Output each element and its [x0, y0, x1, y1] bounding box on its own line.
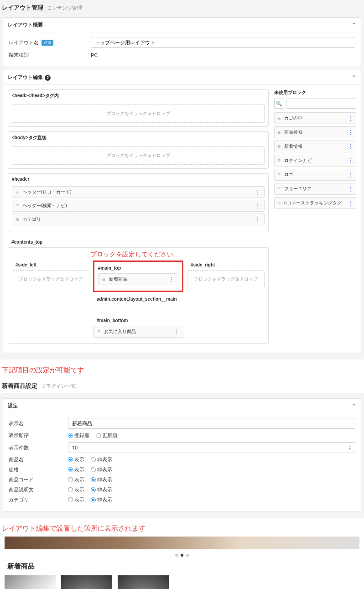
- unused-block-item[interactable]: ≡ログインナビ⋮: [274, 155, 356, 167]
- product-name-show[interactable]: 表示: [68, 456, 84, 463]
- drag-icon[interactable]: ≡: [277, 186, 281, 192]
- drag-icon[interactable]: ≡: [16, 189, 19, 195]
- contents-top-label: #contents_top: [8, 237, 269, 247]
- note-settings-possible: 下記項目の設定が可能です: [2, 366, 362, 375]
- head-dropzone[interactable]: ブロックをドラッグ＆ドロップ: [12, 104, 265, 123]
- body-section-label: <body>タグ直後: [8, 132, 268, 144]
- block-header-logo[interactable]: ≡ヘッダー(ロゴ・カート)⋮: [12, 186, 265, 198]
- more-icon[interactable]: ⋮: [169, 276, 174, 282]
- drag-icon[interactable]: ≡: [97, 329, 100, 334]
- unused-block-item[interactable]: ≡ロゴ⋮: [274, 169, 356, 181]
- set-block-message: ブロックを設定してください: [90, 250, 268, 259]
- page-header: レイアウト管理 コンテンツ管理: [0, 0, 364, 15]
- unused-block-item[interactable]: ≡カゴの中⋮: [274, 112, 356, 124]
- more-icon[interactable]: ⋮: [255, 189, 260, 195]
- device-value: PC: [91, 52, 355, 58]
- code-label: 商品コード: [9, 476, 68, 483]
- search-icon[interactable]: 🔍: [274, 99, 284, 109]
- settings-page-header: 新着商品設定 プラグイン一覧: [0, 378, 364, 393]
- main-top-label: #main_top: [94, 264, 182, 271]
- chevron-up-icon: ⌃: [352, 74, 356, 81]
- stepper-icon[interactable]: ▲▼: [348, 445, 351, 450]
- block-favorites[interactable]: ≡お気に入り商品⋮: [93, 326, 183, 338]
- main-section-label: admin.content.layout_section__main: [93, 295, 183, 302]
- desc-label: 商品説明文: [9, 486, 68, 493]
- drag-icon[interactable]: ≡: [102, 276, 105, 282]
- drag-icon[interactable]: ≡: [277, 172, 281, 177]
- more-icon[interactable]: ⋮: [348, 157, 353, 164]
- new-products-heading: 新着商品: [7, 562, 357, 571]
- side-right-dropzone[interactable]: ブロックをドラッグ＆ドロップ: [187, 270, 265, 288]
- note-display-location: レイアウト編集で設置した箇所に表示されます: [2, 524, 362, 533]
- order-updated-radio[interactable]: 更新順: [96, 432, 117, 439]
- display-name-label: 表示名: [9, 420, 68, 427]
- hero-image: [5, 537, 359, 549]
- more-icon[interactable]: ⋮: [348, 200, 353, 206]
- block-category[interactable]: ≡カテゴリ⋮: [12, 214, 265, 225]
- price-hide[interactable]: 非表示: [91, 466, 112, 473]
- product-name-label: 商品名: [9, 456, 68, 463]
- code-hide[interactable]: 非表示: [91, 476, 112, 483]
- block-header-search[interactable]: ≡ヘッダー(検索・ナビ)⋮: [12, 200, 265, 212]
- product-card[interactable]: パーコレーター￥3,024cafe-01: [61, 575, 112, 589]
- product-card[interactable]: パーコレーター￥3,240 ～ ￥7,560: [118, 575, 169, 589]
- product-name-hide[interactable]: 非表示: [91, 456, 112, 463]
- header-section-label: #header: [8, 174, 268, 184]
- count-input[interactable]: 10▲▼: [68, 442, 355, 453]
- drag-icon[interactable]: ≡: [16, 203, 19, 208]
- settings-card-header[interactable]: 設定 ⌃: [3, 399, 361, 413]
- product-card[interactable]: ディナーフォーク￥5,400 ～ ￥118,800fork-01 ～ fork-…: [5, 575, 56, 589]
- more-icon[interactable]: ⋮: [348, 143, 353, 150]
- drag-icon[interactable]: ≡: [277, 200, 281, 206]
- category-hide[interactable]: 非表示: [91, 496, 112, 503]
- head-section-label: <head></head>タグ内: [8, 90, 268, 102]
- desc-hide[interactable]: 非表示: [91, 486, 112, 493]
- more-icon[interactable]: ⋮: [174, 328, 179, 335]
- price-show[interactable]: 表示: [68, 466, 84, 473]
- more-icon[interactable]: ⋮: [348, 115, 353, 121]
- more-icon[interactable]: ⋮: [348, 129, 353, 136]
- category-show[interactable]: 表示: [68, 496, 84, 503]
- drag-icon[interactable]: ≡: [277, 130, 281, 135]
- order-registered-radio[interactable]: 登録順: [68, 432, 89, 439]
- drag-icon[interactable]: ≡: [16, 217, 19, 222]
- product-image: [5, 575, 56, 589]
- body-dropzone[interactable]: ブロックをドラッグ＆ドロップ: [12, 146, 265, 165]
- side-left-dropzone[interactable]: ブロックをドラッグ＆ドロップ: [12, 270, 89, 288]
- count-label: 表示件数: [9, 444, 68, 451]
- unused-block-item[interactable]: ≡商品検索⋮: [274, 126, 356, 138]
- display-name-input[interactable]: [68, 418, 355, 429]
- product-image: [61, 575, 112, 589]
- drag-icon[interactable]: ≡: [277, 144, 281, 149]
- main-bottom-label: #main_bottom: [93, 316, 183, 324]
- layout-name-input[interactable]: [91, 37, 355, 48]
- highlighted-main-top: #main_top ≡新着商品⋮: [93, 261, 183, 292]
- side-right-label: #side_right: [187, 261, 265, 268]
- more-icon[interactable]: ⋮: [255, 203, 260, 209]
- code-show[interactable]: 表示: [68, 476, 84, 483]
- category-label: カテゴリ: [9, 496, 68, 503]
- help-icon[interactable]: ?: [45, 75, 51, 81]
- edit-header[interactable]: レイアウト編集? ⌃: [3, 70, 361, 85]
- price-label: 価格: [9, 466, 68, 473]
- unused-block-item[interactable]: ≡新着情報⋮: [274, 141, 356, 152]
- unused-block-item[interactable]: ≡フリーエリア⋮: [274, 183, 356, 195]
- settings-title: 新着商品設定: [2, 382, 37, 390]
- unused-block-item[interactable]: ≡eコマーストラッキングタグ⋮: [274, 197, 356, 209]
- unused-blocks-title: 未使用ブロック: [274, 89, 356, 96]
- more-icon[interactable]: ⋮: [348, 186, 353, 192]
- overview-header[interactable]: レイアウト概要 ⌃: [3, 18, 361, 32]
- page-title: レイアウト管理: [2, 4, 43, 12]
- drag-icon[interactable]: ≡: [277, 115, 281, 121]
- unused-search-input[interactable]: [286, 99, 356, 109]
- carousel-dots[interactable]: [0, 552, 364, 558]
- order-label: 表示順序: [9, 432, 68, 439]
- desc-show[interactable]: 表示: [68, 486, 84, 493]
- more-icon[interactable]: ⋮: [348, 172, 353, 178]
- product-image: [118, 575, 169, 589]
- page-subtitle: コンテンツ管理: [47, 5, 82, 11]
- block-new-products[interactable]: ≡新着商品⋮: [98, 273, 178, 285]
- more-icon[interactable]: ⋮: [255, 216, 260, 223]
- required-badge: 必須: [42, 40, 53, 46]
- drag-icon[interactable]: ≡: [277, 158, 281, 163]
